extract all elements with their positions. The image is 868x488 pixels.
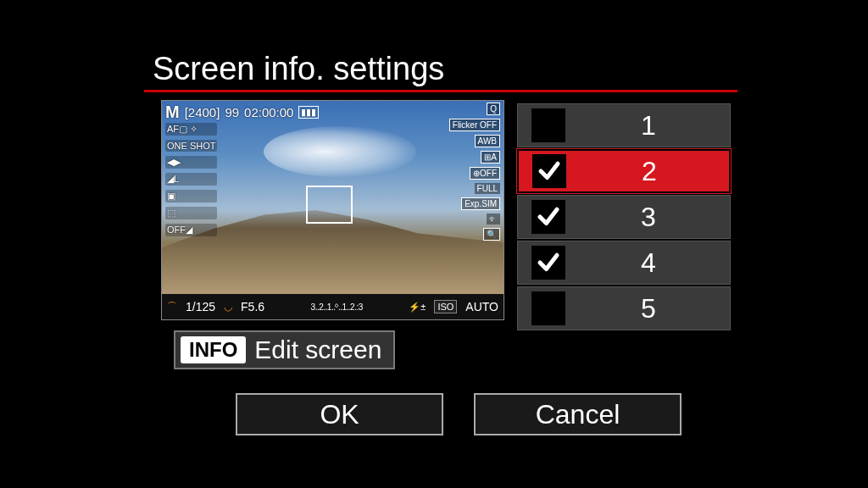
magnify-icon: 🔍 [483,228,500,241]
awb-icon: AWB [475,135,500,147]
page-title: Screen info. settings [153,51,444,87]
preview-left-column: AF▢ ✧ ONE SHOT ◀▶ ◢L ▣ ⬚ OFF◢ [165,123,217,236]
crop-icon: ⬚ [165,207,217,219]
bracket-value: [2400] [185,105,220,119]
mode-indicator: M [165,103,180,122]
expsim-icon: Exp.SIM [461,197,500,210]
checkbox-5[interactable] [531,291,565,325]
info-badge: INFO [181,336,246,363]
screen-number-label: 2 [642,156,657,187]
cancel-button[interactable]: Cancel [474,393,682,435]
screen-number-label: 4 [641,247,656,279]
grid-icon: ▣ [165,190,217,202]
checkbox-3[interactable] [531,200,565,234]
screen-list-item-2[interactable]: 2 [517,149,731,193]
preview-right-column: Q Flicker OFF AWB ⊞A ⊕OFF FULL Exp.SIM ᯤ… [449,103,500,241]
quick-dial-icon: ◡ [224,301,232,313]
iso-badge: ISO [434,300,457,313]
time-remaining: 02:00:00 [244,105,293,119]
screen-list-item-5[interactable]: 5 [517,286,731,330]
q-menu-icon: Q [487,103,500,115]
flicker-icon: Flicker OFF [449,119,500,131]
main-dial-icon: ⌒ [167,300,177,314]
focus-box [306,186,353,224]
drive-icon: ◀▶ [165,156,217,169]
wifi-icon: ᯤ [487,214,500,225]
checkbox-4[interactable] [531,246,565,280]
screen-number-label: 5 [641,293,656,324]
aperture-value: F5.6 [241,300,264,313]
edit-screen-label: Edit screen [254,336,381,364]
screen-list-item-1[interactable]: 1 [517,103,731,147]
ok-button[interactable]: OK [236,393,443,435]
af-mode-icon: AF▢ ✧ [165,123,217,136]
battery-icon: ▮▮▮ [298,106,319,119]
checkbox-1[interactable] [531,108,565,142]
screen-preview: M [2400] 99 02:00:00 ▮▮▮ AF▢ ✧ ONE SHOT … [161,100,504,320]
iso-value: AUTO [465,300,498,313]
screen-list: 12345 [517,103,731,330]
exposure-meter: 3..2..1..⁰..1..2.:3 [273,302,400,312]
screen-number-label: 1 [641,110,656,141]
screen-list-item-4[interactable]: 4 [517,241,731,285]
alo-icon: ⊕OFF [470,167,500,180]
shots-remaining: 99 [225,105,239,119]
screen-list-item-3[interactable]: 3 [517,195,731,239]
title-divider [144,90,737,92]
full-icon: FULL [475,183,500,194]
preview-bottom-bar: ⌒ 1/125 ◡ F5.6 3..2..1..⁰..1..2.:3 ⚡± IS… [162,294,504,319]
shutter-speed: 1/125 [186,300,215,313]
edit-screen-button[interactable]: INFO Edit screen [174,330,395,369]
checkbox-2[interactable] [532,154,566,188]
one-shot-icon: ONE SHOT [165,140,217,152]
flash-comp-icon: ⚡± [409,302,426,313]
preview-top-row: M [2400] 99 02:00:00 ▮▮▮ [165,103,319,122]
off-icon: OFF◢ [165,224,217,236]
screen-number-label: 3 [641,202,656,233]
picture-style-icon: ⊞A [481,151,500,164]
quality-icon: ◢L [165,173,217,186]
